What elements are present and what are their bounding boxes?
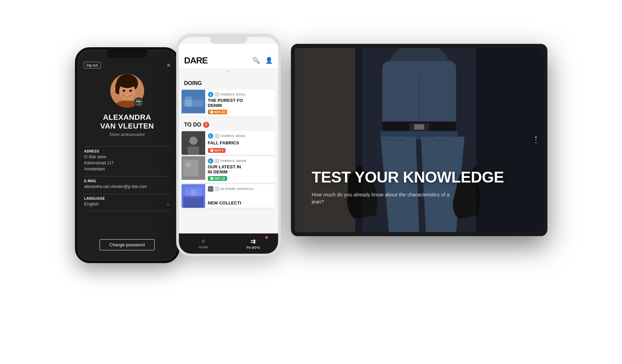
tablet-pagination bbox=[535, 137, 537, 143]
email-value: alexandra.van.vleuten@g-star.com bbox=[84, 184, 170, 190]
address-field: ADRESS G-Star store Kalverstraat 117 Ams… bbox=[84, 149, 170, 172]
svg-point-21 bbox=[190, 189, 197, 196]
user-name: ALEXANDRA VAN VLEUTEN bbox=[100, 113, 154, 131]
logout-button[interactable]: log out bbox=[84, 62, 101, 68]
svg-rect-14 bbox=[188, 146, 199, 155]
card-title-4: NEW COLLECTI bbox=[208, 200, 273, 206]
card-image-2 bbox=[182, 131, 205, 155]
indicator-dot-3 bbox=[535, 142, 537, 143]
todo-section-header: TO DO 3 bbox=[179, 118, 278, 130]
card-image-3 bbox=[182, 156, 205, 180]
svg-rect-19 bbox=[183, 196, 204, 208]
tag-fabrics-2: FABRICS bbox=[221, 134, 235, 138]
todo-card-2[interactable]: 1 FABRICS DENIM OUR LATEST ININ DENIM 🕐 … bbox=[182, 156, 275, 183]
todo-label: TO DO bbox=[184, 122, 201, 128]
tablet-device: TEST YOUR KNOWLEDGE How much do you alre… bbox=[291, 44, 547, 236]
card-tags-2: 1 FABRICS WOOL bbox=[208, 133, 273, 139]
todo-card-1[interactable]: 1 FABRICS WOOL FALL FABRICS 🕐 NOV 5 bbox=[182, 131, 275, 155]
user-name-line2: VAN VLEUTEN bbox=[100, 122, 154, 130]
change-password-button[interactable]: Change password bbox=[100, 239, 155, 250]
scene: log out × bbox=[75, 30, 547, 334]
phone1-content: 📷 ALEXANDRA VAN VLEUTEN Store ambassador… bbox=[78, 71, 177, 260]
card-content-2: 1 FABRICS WOOL FALL FABRICS 🕐 NOV 5 bbox=[205, 131, 275, 155]
tag-denim-3: DENIM bbox=[236, 159, 246, 163]
tablet-subtitle: How much do you already know about the c… bbox=[312, 191, 454, 205]
tablet-screen: TEST YOUR KNOWLEDGE How much do you alre… bbox=[295, 48, 543, 232]
phone1-wrapper: log out × bbox=[75, 47, 180, 263]
scroll-indicator-icon: ⌃ bbox=[227, 70, 230, 75]
card-title-2: FALL FABRICS bbox=[208, 140, 273, 146]
address-line3: Amsterdam bbox=[84, 166, 170, 172]
header-icons: 🔍 👤 bbox=[252, 57, 273, 64]
priority-badge-3: 1 bbox=[208, 158, 213, 164]
divider-4 bbox=[84, 211, 170, 211]
home-icon: ≡ bbox=[201, 238, 205, 245]
phone2-scroll[interactable]: ⌃ DOING bbox=[179, 69, 278, 233]
card-content-3: 1 FABRICS DENIM OUR LATEST ININ DENIM 🕐 … bbox=[205, 156, 275, 183]
email-field: E-MAIL alexandra.van.vleuten@g-star.com bbox=[84, 179, 170, 190]
card-title-3: OUR LATEST ININ DENIM bbox=[208, 164, 273, 175]
doing-card-1[interactable]: 1 FABRICS WOOL THE PUREST FODENIM 🕐 NOV … bbox=[182, 90, 275, 116]
phone2-wrapper: DARE 🔍 👤 ⌃ DOING bbox=[176, 34, 281, 256]
language-value: English bbox=[84, 201, 99, 206]
chevron-down-icon: ⌄ bbox=[166, 201, 170, 206]
address-label: ADRESS bbox=[84, 149, 170, 153]
home-label: HOME bbox=[199, 246, 209, 249]
flag-icon-2 bbox=[215, 134, 219, 138]
phone2-notch bbox=[210, 36, 247, 44]
minus-icon: − bbox=[208, 186, 213, 192]
svg-rect-11 bbox=[185, 96, 192, 107]
priority-badge-1: 1 bbox=[208, 92, 213, 97]
svg-point-5 bbox=[123, 90, 125, 92]
card-title-1: THE PUREST FODENIM bbox=[208, 98, 273, 108]
nav-home[interactable]: ≡ HOME bbox=[179, 233, 228, 254]
flag-icon-4 bbox=[215, 187, 219, 191]
divider-3 bbox=[84, 194, 170, 194]
address-line1: G-Star store bbox=[84, 154, 170, 160]
phone2-header: DARE 🔍 👤 bbox=[179, 53, 278, 69]
camera-button[interactable]: 📷 bbox=[134, 97, 143, 107]
tag-wool-1: WOOL bbox=[236, 93, 246, 96]
phone2-body: ⌃ DOING bbox=[179, 69, 278, 254]
flag-icon-1 bbox=[215, 92, 219, 97]
card-image-4 bbox=[182, 184, 205, 208]
card-image-1 bbox=[182, 90, 205, 113]
tag-instore-4: IN STORE bbox=[221, 187, 236, 191]
todo-notification-dot bbox=[265, 236, 268, 239]
email-label: E-MAIL bbox=[84, 179, 170, 183]
user-icon[interactable]: 👤 bbox=[265, 57, 273, 64]
indicator-dot-2 bbox=[535, 139, 537, 141]
doing-label: DOING bbox=[184, 80, 202, 86]
tag-fabrics-3: FABRICS bbox=[221, 159, 235, 163]
todo-icon: ⇉ bbox=[250, 238, 256, 245]
divider-2 bbox=[84, 176, 170, 176]
tag-hospi-4: HOSPITALI bbox=[237, 187, 254, 191]
todo-card-3[interactable]: − IN STORE HOSPITALI NEW COLLECTI bbox=[182, 184, 275, 208]
priority-badge-2: 1 bbox=[208, 133, 213, 139]
phone1-top-bar: log out × bbox=[78, 58, 177, 71]
close-icon[interactable]: × bbox=[167, 61, 171, 69]
card-tags-3: 1 FABRICS DENIM bbox=[208, 158, 273, 164]
todo-badge: 3 bbox=[203, 122, 209, 128]
phone2-device: DARE 🔍 👤 ⌃ DOING bbox=[176, 34, 281, 256]
user-name-line1: ALEXANDRA bbox=[103, 113, 151, 121]
card-date-1: 🕐 NOV 23 bbox=[208, 110, 227, 114]
phone2-status-bar bbox=[179, 44, 278, 53]
camera-icon: 📷 bbox=[136, 100, 141, 105]
phone1-device: log out × bbox=[75, 47, 180, 263]
svg-rect-16 bbox=[183, 160, 198, 176]
address-line2: Kalverstraat 117 bbox=[84, 160, 170, 166]
language-row[interactable]: English ⌄ bbox=[84, 201, 170, 206]
svg-point-6 bbox=[129, 90, 132, 92]
tag-wool-2: WOOL bbox=[236, 134, 246, 138]
indicator-dot-1 bbox=[535, 137, 537, 138]
nav-todo[interactable]: ⇉ TO DO'S bbox=[228, 233, 278, 254]
svg-point-8 bbox=[127, 99, 128, 100]
card-content-4: − IN STORE HOSPITALI NEW COLLECTI bbox=[205, 184, 275, 208]
tag-fabrics-1: FABRICS bbox=[221, 93, 235, 96]
card-date-3: 🕐 DEC 18 bbox=[208, 176, 227, 181]
language-field: LANGUAGE English ⌄ bbox=[84, 197, 170, 206]
tablet-title: TEST YOUR KNOWLEDGE bbox=[312, 169, 526, 185]
search-icon[interactable]: 🔍 bbox=[252, 57, 260, 64]
svg-point-13 bbox=[189, 137, 197, 145]
